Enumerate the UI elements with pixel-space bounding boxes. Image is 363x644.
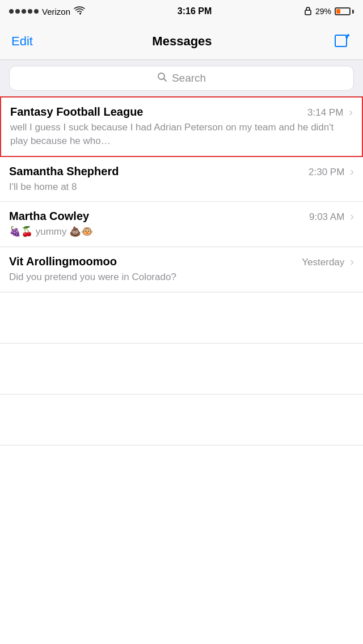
message-item-header: Samantha Shepherd2:30 PM› (9, 165, 354, 178)
time-chevron-group: Yesterday› (302, 255, 354, 268)
carrier-label: Verizon (42, 7, 70, 16)
message-preview: Did you pretend you were in Colorado? (9, 270, 354, 284)
chevron-icon: › (350, 210, 354, 223)
time-chevron-group: 3:14 PM› (307, 105, 353, 118)
message-time: 9:03 AM (309, 211, 344, 223)
dot-2 (15, 9, 20, 14)
edit-button[interactable]: Edit (11, 34, 33, 49)
message-item[interactable]: Martha Cowley9:03 AM›🍇🍒 yummy 💩🐵 (0, 202, 363, 247)
message-item-header: Fantasy Football League3:14 PM› (10, 105, 353, 118)
message-name: Samantha Shepherd (9, 165, 309, 178)
status-bar: Verizon 3:16 PM 29% (0, 0, 363, 23)
status-time: 3:16 PM (178, 6, 212, 16)
dot-4 (28, 9, 32, 14)
empty-row (0, 344, 363, 395)
search-container: Search (0, 60, 363, 96)
wifi-icon (74, 6, 85, 17)
signal-dots (9, 9, 39, 14)
search-placeholder: Search (172, 72, 206, 84)
svg-rect-1 (335, 35, 347, 46)
message-time: 2:30 PM (309, 167, 344, 178)
empty-row (0, 293, 363, 344)
message-item[interactable]: Samantha Shepherd2:30 PM›I'll be home at… (0, 157, 363, 202)
battery-icon (335, 7, 354, 15)
time-chevron-group: 2:30 PM› (309, 165, 354, 178)
time-chevron-group: 9:03 AM› (309, 210, 354, 223)
search-box[interactable]: Search (9, 66, 354, 91)
message-time: Yesterday (302, 257, 344, 268)
search-icon (157, 72, 167, 85)
dot-1 (9, 9, 14, 14)
chevron-icon: › (350, 165, 354, 178)
status-right: 29% (304, 6, 354, 17)
message-item-header: Vit ArollingmoomooYesterday› (9, 255, 354, 268)
message-preview: 🍇🍒 yummy 💩🐵 (9, 225, 354, 239)
svg-line-7 (163, 78, 166, 81)
empty-row (0, 395, 363, 446)
svg-rect-0 (305, 10, 311, 15)
battery-percent: 29% (315, 7, 331, 16)
nav-bar: Edit Messages (0, 23, 363, 60)
page-title: Messages (152, 34, 212, 49)
message-preview: well I guess I suck because I had Adrian… (10, 121, 353, 148)
dot-3 (22, 9, 26, 14)
message-preview: I'll be home at 8 (9, 180, 354, 194)
message-name: Fantasy Football League (10, 105, 307, 118)
message-item[interactable]: Fantasy Football League3:14 PM›well I gu… (0, 96, 363, 157)
compose-button[interactable] (331, 31, 352, 52)
status-left: Verizon (9, 6, 85, 17)
message-name: Martha Cowley (9, 210, 309, 223)
messages-list: Fantasy Football League3:14 PM›well I gu… (0, 96, 363, 446)
message-item[interactable]: Vit ArollingmoomooYesterday›Did you pret… (0, 247, 363, 293)
message-name: Vit Arollingmoomoo (9, 255, 302, 268)
chevron-icon: › (349, 105, 353, 118)
message-time: 3:14 PM (307, 107, 343, 118)
message-item-header: Martha Cowley9:03 AM› (9, 210, 354, 223)
dot-5 (34, 9, 39, 14)
chevron-icon: › (350, 255, 354, 268)
lock-icon (304, 6, 312, 17)
